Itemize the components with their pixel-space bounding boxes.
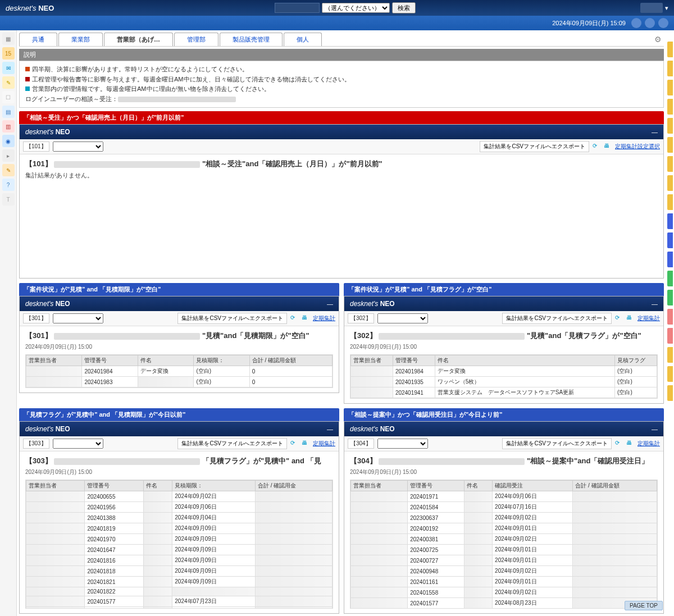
right-tab[interactable] bbox=[667, 99, 673, 115]
table-row[interactable]: 202401821 2024年09月09日 bbox=[26, 577, 333, 587]
table-row[interactable]: 202401819 2024年09月09日 bbox=[26, 523, 333, 534]
sidebar-app-icon[interactable]: 15 bbox=[2, 47, 15, 60]
table-row[interactable]: 202401584 2024年07月16日 bbox=[351, 502, 657, 513]
collapse-icon[interactable]: — bbox=[327, 300, 333, 307]
right-tab[interactable] bbox=[667, 252, 673, 267]
right-tab[interactable] bbox=[667, 213, 673, 229]
column-header[interactable]: 管理番号 bbox=[393, 355, 435, 366]
column-header[interactable]: 見積フラグ bbox=[615, 355, 657, 366]
panel-302-select[interactable] bbox=[377, 313, 428, 323]
tab-5[interactable]: 個人 bbox=[284, 33, 322, 46]
print-icon[interactable]: 🖶 bbox=[626, 314, 634, 322]
table-row[interactable]: 202401577 2024年07月23日 bbox=[26, 596, 333, 607]
collapse-icon[interactable]: — bbox=[652, 129, 658, 135]
table-row[interactable]: 202401388 2024年09月04日 bbox=[26, 513, 333, 523]
table-row[interactable]: 202401984データ変換(空白) bbox=[351, 366, 657, 377]
print-icon[interactable]: 🖶 bbox=[626, 440, 634, 448]
refresh-icon[interactable]: ⟳ bbox=[593, 143, 600, 150]
panel-301-select[interactable] bbox=[53, 313, 103, 323]
refresh-icon[interactable]: ⟳ bbox=[615, 440, 623, 448]
export-button[interactable]: 集計結果をCSVファイルへエクスポート bbox=[177, 313, 287, 324]
right-tab[interactable] bbox=[667, 347, 673, 363]
right-tab[interactable] bbox=[667, 194, 673, 210]
print-icon[interactable]: 🖶 bbox=[604, 143, 612, 150]
schedule-link[interactable]: 定期集計 bbox=[313, 440, 335, 448]
table-row[interactable]: 202401970 2024年09月09日 bbox=[26, 534, 333, 545]
table-row[interactable]: 202400948 2024年09月02日 bbox=[351, 566, 657, 577]
sidebar-app-icon[interactable]: T bbox=[2, 193, 15, 206]
right-tab[interactable] bbox=[667, 175, 673, 191]
search-button[interactable]: 検索 bbox=[392, 2, 416, 13]
table-row[interactable]: 202401693 2024年09月01日 bbox=[351, 609, 657, 609]
right-tab[interactable] bbox=[667, 309, 673, 325]
sidebar-app-icon[interactable]: ▦ bbox=[2, 33, 15, 45]
table-row[interactable]: 202401609 2024年08月05日 bbox=[26, 607, 333, 609]
sidebar-app-icon[interactable]: ▤ bbox=[2, 106, 15, 118]
schedule-link[interactable]: 定期集計 bbox=[313, 314, 335, 322]
column-header[interactable]: 件名 bbox=[435, 355, 614, 366]
column-header[interactable]: 管理番号 bbox=[85, 481, 144, 491]
column-header[interactable]: 営業担当者 bbox=[351, 481, 408, 491]
right-tab[interactable] bbox=[667, 385, 673, 401]
table-row[interactable]: 202401983 (空白)0 bbox=[26, 377, 333, 387]
chat-icon[interactable] bbox=[645, 18, 655, 28]
column-header[interactable]: 件名 bbox=[138, 355, 193, 366]
sidebar-app-icon[interactable]: ✎ bbox=[2, 76, 15, 89]
sidebar-app-icon[interactable]: ☐ bbox=[2, 91, 15, 103]
right-tab[interactable] bbox=[667, 366, 673, 382]
tab-3[interactable]: 管理部 bbox=[174, 33, 218, 46]
sidebar-app-icon[interactable]: ◉ bbox=[2, 135, 15, 147]
column-header[interactable]: 合計 / 確認用金額 bbox=[249, 355, 332, 366]
column-header[interactable]: 営業担当者 bbox=[26, 481, 85, 491]
right-tab[interactable] bbox=[667, 118, 673, 134]
user-badge[interactable] bbox=[640, 3, 663, 13]
export-button[interactable]: 集計結果をCSVファイルへエクスポート bbox=[480, 141, 589, 152]
schedule-link[interactable]: 定期集計 bbox=[637, 314, 660, 322]
sidebar-app-icon[interactable]: ✉ bbox=[2, 62, 15, 74]
column-header[interactable]: 確認用受注 bbox=[493, 481, 573, 491]
table-row[interactable]: 202401558 2024年09月02日 bbox=[351, 587, 657, 598]
notification-icon[interactable] bbox=[631, 18, 641, 28]
column-header[interactable]: 営業担当者 bbox=[26, 355, 82, 366]
column-header[interactable]: 合計 / 確認用金 bbox=[256, 481, 333, 491]
export-button[interactable]: 集計結果をCSVファイルへエクスポート bbox=[177, 438, 287, 449]
collapse-icon[interactable]: — bbox=[652, 426, 658, 432]
panel-304-select[interactable] bbox=[377, 439, 428, 449]
table-row[interactable]: 202401822 bbox=[26, 587, 333, 596]
schedule-link[interactable]: 定期集計 bbox=[637, 440, 660, 448]
right-tab[interactable] bbox=[667, 328, 673, 344]
column-header[interactable]: 件名 bbox=[464, 481, 493, 491]
right-tab[interactable] bbox=[667, 290, 673, 305]
table-row[interactable]: 202400192 2024年09月01日 bbox=[351, 523, 657, 534]
panel-101-select[interactable] bbox=[53, 142, 103, 152]
sidebar-app-icon[interactable]: ▥ bbox=[2, 120, 15, 133]
right-tab[interactable] bbox=[667, 137, 673, 153]
table-row[interactable]: 202400727 2024年09月01日 bbox=[351, 555, 657, 566]
panel-303-select[interactable] bbox=[53, 439, 103, 449]
print-icon[interactable]: 🖶 bbox=[302, 314, 309, 322]
right-tab[interactable] bbox=[667, 42, 673, 57]
table-row[interactable]: 202401941営業支援システム データベースソフトウェアSA更新(空白) bbox=[351, 387, 657, 398]
column-header[interactable]: 件名 bbox=[143, 481, 172, 491]
tab-2[interactable]: 営業部（あげ… bbox=[104, 33, 173, 46]
table-row[interactable]: 202401818 2024年09月09日 bbox=[26, 566, 333, 577]
sidebar-app-icon[interactable]: ▸ bbox=[2, 149, 15, 162]
refresh-icon[interactable]: ⟳ bbox=[615, 314, 623, 322]
tab-0[interactable]: 共通 bbox=[19, 33, 57, 46]
export-button[interactable]: 集計結果をCSVファイルへエクスポート bbox=[502, 438, 612, 449]
column-header[interactable]: 管理番号 bbox=[408, 481, 464, 491]
table-row[interactable]: 202401577 2024年08月23日 bbox=[351, 598, 657, 609]
profile-icon[interactable] bbox=[658, 18, 668, 28]
refresh-icon[interactable]: ⟳ bbox=[290, 314, 298, 322]
column-header[interactable]: 管理番号 bbox=[82, 355, 138, 366]
schedule-link[interactable]: 定期集計設定選択 bbox=[615, 143, 660, 150]
table-row[interactable]: 202401984データ変換(空白)0 bbox=[26, 366, 333, 377]
table-row[interactable]: 202300637 2024年09月02日 bbox=[351, 513, 657, 523]
right-tab[interactable] bbox=[667, 271, 673, 286]
tab-1[interactable]: 業業部 bbox=[58, 33, 103, 46]
table-row[interactable]: 202400655 2024年09月02日 bbox=[26, 491, 333, 502]
right-tab[interactable] bbox=[667, 156, 673, 172]
table-row[interactable]: 202400381 2024年09月02日 bbox=[351, 534, 657, 545]
print-icon[interactable]: 🖶 bbox=[302, 440, 309, 448]
table-row[interactable]: 202401956 2024年09月06日 bbox=[26, 502, 333, 513]
